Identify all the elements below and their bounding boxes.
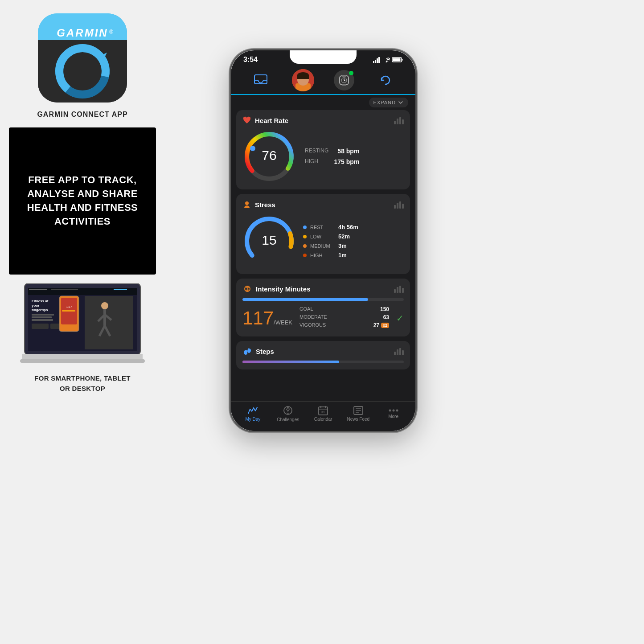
left-panel: GARMIN ® GARMIN CONNECT APP FREE APP TO … bbox=[0, 0, 165, 481]
hr-gauge-svg: 76 bbox=[242, 130, 296, 183]
rest-dot bbox=[303, 226, 307, 229]
svg-text:117: 117 bbox=[66, 305, 72, 309]
heart-rate-title-row: Heart Rate bbox=[242, 116, 288, 124]
svg-point-85 bbox=[287, 407, 289, 409]
svg-rect-63 bbox=[394, 205, 396, 209]
intensity-number-group: 117/WEEK bbox=[242, 308, 292, 329]
svg-text:Fitness at: Fitness at bbox=[32, 299, 49, 303]
svg-rect-17 bbox=[32, 316, 52, 318]
goal-label: GOAL bbox=[299, 306, 313, 312]
status-time: 3:54 bbox=[243, 56, 258, 64]
heart-rate-title: Heart Rate bbox=[255, 117, 288, 124]
low-label: LOW bbox=[310, 234, 335, 239]
svg-text:®: ® bbox=[109, 29, 113, 35]
calendar-label: Calendar bbox=[314, 417, 332, 422]
chart-icon-stress bbox=[394, 201, 404, 209]
svg-text:15: 15 bbox=[262, 233, 276, 247]
svg-rect-11 bbox=[51, 289, 78, 290]
phone-notch bbox=[290, 50, 357, 64]
svg-text:GARMIN: GARMIN bbox=[57, 27, 108, 39]
intensity-icon bbox=[242, 285, 252, 293]
svg-rect-73 bbox=[397, 287, 398, 293]
challenges-icon bbox=[283, 405, 293, 416]
stress-header: Stress bbox=[242, 200, 404, 209]
svg-rect-32 bbox=[22, 354, 143, 360]
more-label: More bbox=[388, 414, 398, 419]
stress-title: Stress bbox=[255, 201, 275, 209]
tab-challenges[interactable]: Challenges bbox=[271, 405, 306, 422]
svg-point-26 bbox=[101, 302, 108, 309]
tab-calendar[interactable]: 31 Calendar bbox=[306, 406, 341, 422]
vigorous-value: 27 bbox=[373, 322, 379, 328]
x2-badge: x2 bbox=[381, 323, 389, 328]
nav-refresh[interactable] bbox=[374, 69, 397, 91]
stress-gauge-svg: 15 bbox=[242, 214, 296, 268]
news-feed-icon bbox=[353, 406, 364, 415]
steps-bar-fill bbox=[242, 361, 339, 363]
watch-icon-container[interactable] bbox=[334, 70, 354, 90]
medium-value: 3m bbox=[338, 242, 347, 249]
heart-rate-body: 76 RESTING 58 bpm HIGH 175 bpm bbox=[242, 130, 404, 183]
svg-rect-24 bbox=[62, 310, 75, 312]
low-stress-row: LOW 52m bbox=[303, 233, 358, 240]
svg-rect-75 bbox=[402, 288, 404, 293]
heart-rate-stats: RESTING 58 bpm HIGH 175 bpm bbox=[305, 148, 359, 165]
tab-news-feed[interactable]: News Feed bbox=[340, 406, 376, 422]
low-dot bbox=[303, 235, 307, 238]
stress-stats: REST 4h 56m LOW 52m MEDIUM bbox=[303, 224, 358, 258]
svg-rect-41 bbox=[393, 58, 401, 62]
high-hr-label: HIGH bbox=[305, 158, 318, 165]
app-icon-wrapper: GARMIN ® bbox=[38, 13, 127, 103]
tab-my-day[interactable]: My Day bbox=[235, 406, 271, 422]
signal-icon bbox=[373, 57, 381, 63]
heart-rate-card: Heart Rate bbox=[236, 110, 410, 189]
stress-card: Stress bbox=[236, 194, 410, 274]
refresh-icon bbox=[379, 74, 392, 86]
stress-gauge: 15 bbox=[242, 214, 296, 268]
high-hr-row: HIGH 175 bpm bbox=[305, 158, 359, 165]
intensity-card: Intensity Minutes bbox=[236, 279, 410, 336]
high-stress-row: HIGH 1m bbox=[303, 252, 358, 258]
phone-device: 3:54 bbox=[230, 49, 417, 432]
resting-label: RESTING bbox=[305, 148, 328, 155]
svg-point-95 bbox=[389, 410, 391, 412]
user-avatar[interactable] bbox=[292, 69, 314, 91]
chart-icon-steps bbox=[394, 347, 404, 355]
steps-title-row: Steps bbox=[242, 347, 274, 355]
stress-icon bbox=[242, 200, 251, 209]
svg-rect-50 bbox=[342, 84, 346, 86]
svg-rect-82 bbox=[399, 348, 401, 355]
inbox-icon bbox=[254, 74, 268, 86]
tab-bar: My Day Challenges bbox=[231, 401, 415, 431]
expand-button[interactable]: EXPAND bbox=[369, 98, 408, 107]
steps-card: Steps bbox=[236, 341, 410, 369]
svg-rect-34 bbox=[373, 61, 374, 63]
my-day-label: My Day bbox=[245, 417, 260, 422]
heart-rate-header: Heart Rate bbox=[242, 116, 404, 124]
intensity-number: 117 bbox=[242, 308, 274, 328]
svg-rect-66 bbox=[402, 204, 404, 209]
my-day-icon bbox=[247, 406, 258, 415]
wifi-icon bbox=[383, 57, 390, 62]
phone-screen: 3:54 bbox=[231, 50, 415, 431]
laptop-svg: Fitness at your fingertips 117 bbox=[16, 283, 149, 373]
more-icon bbox=[388, 408, 399, 413]
nav-inbox[interactable] bbox=[250, 69, 272, 91]
svg-rect-54 bbox=[394, 121, 396, 124]
svg-text:your: your bbox=[32, 304, 39, 308]
stress-body: 15 REST 4h 56m LOW bbox=[242, 214, 404, 268]
svg-text:31: 31 bbox=[321, 410, 325, 414]
medium-stress-row: MEDIUM 3m bbox=[303, 242, 358, 249]
intensity-stats: GOAL 150 MODERATE 63 VIGOROUS 27 bbox=[299, 306, 389, 330]
news-feed-label: News Feed bbox=[347, 417, 370, 422]
intensity-bar-fill bbox=[242, 298, 368, 301]
svg-point-96 bbox=[392, 410, 394, 412]
black-panel-text: FREE APP TO TRACK, ANALYSE AND SHARE HEA… bbox=[9, 164, 156, 237]
tab-more[interactable]: More bbox=[376, 408, 411, 419]
low-value: 52m bbox=[338, 233, 350, 240]
calendar-icon: 31 bbox=[318, 406, 328, 415]
medium-label: MEDIUM bbox=[310, 243, 335, 249]
svg-rect-40 bbox=[402, 59, 403, 61]
svg-rect-49 bbox=[342, 75, 346, 77]
challenges-label: Challenges bbox=[277, 417, 299, 422]
